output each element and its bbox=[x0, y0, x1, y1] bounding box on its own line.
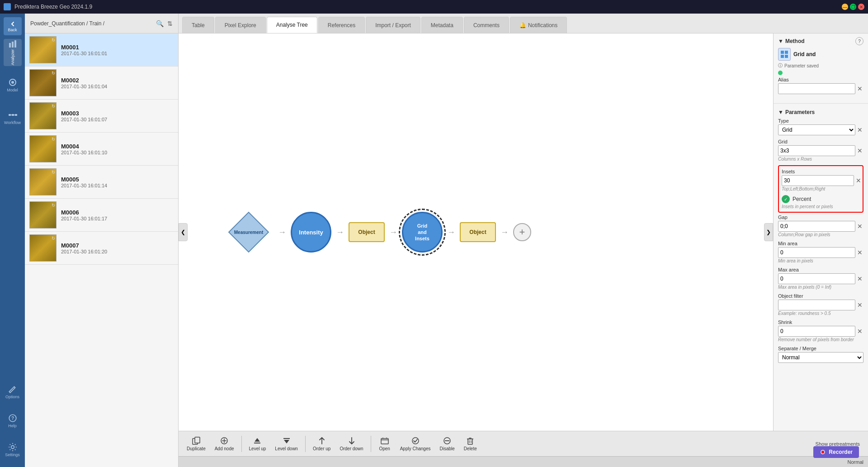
sample-name: M0007 bbox=[61, 242, 174, 249]
sample-name: M0003 bbox=[61, 110, 174, 117]
collapse-left-icon: ❮ bbox=[181, 229, 185, 235]
object-filter-label: Object filter bbox=[778, 293, 863, 299]
insets-row: Insets ✕ Top;Left;Bottom;Right bbox=[782, 169, 860, 191]
type-row: Type Grid ✕ bbox=[778, 118, 863, 135]
insets-input[interactable] bbox=[782, 175, 854, 186]
node-grid-insets[interactable]: GridandInsets bbox=[402, 212, 443, 253]
add-node-circle-button[interactable]: + bbox=[513, 223, 531, 241]
tab-import-export[interactable]: Import / Export bbox=[366, 17, 420, 33]
model-label: Model bbox=[7, 88, 18, 92]
min-area-input[interactable] bbox=[778, 247, 855, 258]
sample-info: M0002 2017-01-30 16:01:04 bbox=[61, 77, 174, 89]
percent-row[interactable]: ✓ Percent bbox=[782, 195, 860, 203]
separator-1 bbox=[241, 436, 242, 452]
sample-item[interactable]: ↻ M0007 2017-01-30 16:01:20 bbox=[25, 232, 178, 265]
max-area-clear-button[interactable]: ✕ bbox=[856, 275, 863, 282]
duplicate-button[interactable]: Duplicate bbox=[183, 434, 209, 453]
apply-changes-button[interactable]: Apply Changes bbox=[396, 434, 434, 453]
grid-input-row: ✕ bbox=[778, 145, 863, 156]
maximize-button[interactable]: ❐ bbox=[850, 4, 856, 10]
sample-item[interactable]: ↻ M0004 2017-01-30 16:01:10 bbox=[25, 133, 178, 166]
add-node-label: Add node bbox=[215, 446, 234, 451]
sidebar-item-options[interactable]: Options bbox=[4, 378, 22, 405]
max-area-input[interactable] bbox=[778, 273, 855, 284]
level-up-button[interactable]: Level up bbox=[245, 434, 270, 453]
sample-item[interactable]: ↻ M0001 2017-01-30 16:01:01 bbox=[25, 33, 178, 67]
gap-input[interactable] bbox=[778, 221, 855, 232]
titlebar-controls[interactable]: — ❐ ✕ bbox=[842, 4, 864, 10]
node-object2[interactable]: Object bbox=[460, 222, 496, 242]
insets-clear-button[interactable]: ✕ bbox=[855, 177, 862, 184]
svg-text:?: ? bbox=[11, 416, 14, 421]
sidebar-item-model[interactable]: Model bbox=[4, 71, 22, 99]
object-filter-clear-button[interactable]: ✕ bbox=[856, 301, 863, 309]
svg-rect-2 bbox=[14, 40, 16, 48]
open-button[interactable]: Open bbox=[375, 434, 395, 453]
sidebar-item-settings[interactable]: Settings bbox=[4, 436, 22, 463]
grid-clear-button[interactable]: ✕ bbox=[856, 147, 863, 154]
tab-pixel-explore[interactable]: Pixel Explore bbox=[215, 17, 266, 33]
method-help-button[interactable]: ? bbox=[855, 37, 863, 45]
svg-rect-18 bbox=[195, 437, 200, 443]
disable-button[interactable]: Disable bbox=[436, 434, 458, 453]
back-button[interactable]: Back bbox=[4, 17, 22, 35]
delete-button[interactable]: Delete bbox=[460, 434, 481, 453]
info-icon: ⓘ bbox=[778, 62, 783, 69]
percent-checkbox[interactable]: ✓ bbox=[782, 195, 790, 203]
alias-clear-button[interactable]: ✕ bbox=[856, 85, 863, 92]
node-object1[interactable]: Object bbox=[349, 222, 385, 242]
type-clear-button[interactable]: ✕ bbox=[856, 126, 863, 133]
workflow-label: Workflow bbox=[4, 120, 21, 125]
gap-clear-button[interactable]: ✕ bbox=[856, 223, 863, 230]
object1-label: Object bbox=[349, 222, 385, 242]
tab-notifications[interactable]: 🔔 Notifications bbox=[510, 17, 567, 33]
shrink-clear-button[interactable]: ✕ bbox=[856, 328, 863, 335]
gap-row: Gap ✕ Column;Row gap in pixels bbox=[778, 214, 863, 237]
recorder-icon bbox=[820, 449, 826, 455]
sample-date: 2017-01-30 16:01:01 bbox=[61, 51, 174, 56]
sidebar-item-workflow[interactable]: Workflow bbox=[4, 104, 22, 131]
apply-changes-label: Apply Changes bbox=[400, 446, 431, 451]
method-title: ▼ Method bbox=[778, 38, 805, 44]
tree-canvas[interactable]: ❮ Measurement → bbox=[179, 33, 773, 431]
sample-icon: ↻ bbox=[52, 38, 55, 43]
type-select[interactable]: Grid bbox=[778, 124, 855, 135]
sidebar-item-help[interactable]: ? Help bbox=[4, 407, 22, 434]
tab-comments[interactable]: Comments bbox=[464, 17, 509, 33]
object-filter-input[interactable] bbox=[778, 300, 855, 310]
tab-table[interactable]: Table bbox=[182, 17, 214, 33]
collapse-right-button[interactable]: ❯ bbox=[764, 223, 773, 241]
sidebar-nav: Analyzer Model Workflow bbox=[0, 39, 25, 131]
collapse-left-button[interactable]: ❮ bbox=[179, 223, 188, 241]
sample-name: M0006 bbox=[61, 209, 174, 216]
recorder-button[interactable]: Recorder bbox=[813, 446, 859, 458]
sample-item[interactable]: ↻ M0005 2017-01-30 16:01:14 bbox=[25, 166, 178, 199]
node-measurement[interactable]: Measurement bbox=[224, 212, 274, 253]
sample-item[interactable]: ↻ M0002 2017-01-30 16:01:04 bbox=[25, 67, 178, 100]
sort-button[interactable]: ⇅ bbox=[167, 20, 173, 27]
close-button[interactable]: ✕ bbox=[858, 4, 864, 10]
tab-references[interactable]: References bbox=[318, 17, 365, 33]
min-area-clear-button[interactable]: ✕ bbox=[856, 249, 863, 256]
tab-metadata[interactable]: Metadata bbox=[421, 17, 463, 33]
separate-merge-select[interactable]: Normal bbox=[778, 352, 863, 363]
tab-analyse-tree[interactable]: Analyse Tree bbox=[267, 17, 317, 33]
sample-icon: ↻ bbox=[52, 170, 55, 175]
shrink-input[interactable] bbox=[778, 326, 855, 337]
order-down-button[interactable]: Order down bbox=[336, 434, 367, 453]
order-up-button[interactable]: Order up bbox=[309, 434, 334, 453]
level-down-button[interactable]: Level down bbox=[271, 434, 302, 453]
sidebar-item-analyzer[interactable]: Analyzer bbox=[4, 39, 22, 66]
add-node-button[interactable]: Add node bbox=[211, 434, 238, 453]
minimize-button[interactable]: — bbox=[842, 4, 848, 10]
grid-row: Grid ✕ Columns x Rows bbox=[778, 139, 863, 162]
sample-item[interactable]: ↻ M0006 2017-01-30 16:01:17 bbox=[25, 199, 178, 232]
sample-item[interactable]: ↻ M0003 2017-01-30 16:01:07 bbox=[25, 100, 178, 133]
node-intensity[interactable]: Intensity bbox=[291, 212, 331, 253]
alias-input[interactable] bbox=[778, 83, 855, 94]
shrink-label: Shrink bbox=[778, 319, 863, 325]
gap-input-row: ✕ bbox=[778, 221, 863, 232]
search-button[interactable]: 🔍 bbox=[156, 20, 164, 27]
sample-icon: ↻ bbox=[52, 236, 55, 241]
grid-input[interactable] bbox=[778, 145, 855, 156]
